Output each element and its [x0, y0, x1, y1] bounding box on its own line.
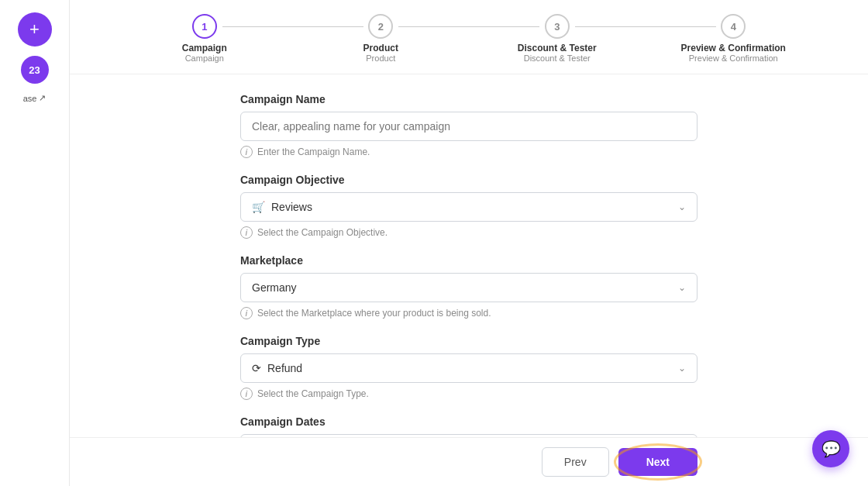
sidebar-badge[interactable]: 23: [21, 56, 49, 84]
marketplace-hint-text: Select the Marketplace where your produc…: [257, 308, 491, 319]
external-link-icon: ↗: [39, 93, 46, 103]
form-area: Campaign Name i Enter the Campaign Name.…: [70, 74, 868, 437]
campaign-name-input[interactable]: [240, 112, 698, 141]
chat-fab-button[interactable]: 💬: [812, 430, 849, 467]
campaign-type-hint: i Select the Campaign Type.: [240, 388, 698, 400]
campaign-type-group: Campaign Type ⟳ Refund ⌄ i Select the Ca…: [240, 335, 698, 400]
chevron-down-icon: ⌄: [678, 202, 686, 212]
campaign-name-group: Campaign Name i Enter the Campaign Name.: [240, 93, 698, 158]
campaign-name-hint-text: Enter the Campaign Name.: [257, 146, 370, 157]
campaign-dates-label: Campaign Dates: [240, 415, 698, 428]
wizard-step-3[interactable]: 3 Discount & Tester Discount & Tester: [469, 14, 646, 63]
refund-icon: ⟳: [252, 362, 261, 374]
campaign-objective-group: Campaign Objective 🛒 Reviews ⌄ i Select …: [240, 174, 698, 239]
step-2-sublabel: Product: [366, 53, 395, 63]
marketplace-select[interactable]: Germany ⌄: [240, 273, 698, 302]
prev-button[interactable]: Prev: [542, 447, 609, 477]
marketplace-select-left: Germany: [252, 281, 297, 294]
step-2-circle: 2: [368, 14, 393, 39]
chevron-down-icon-2: ⌄: [678, 282, 686, 293]
info-icon-3: i: [240, 307, 253, 319]
info-icon-4: i: [240, 388, 253, 400]
marketplace-value: Germany: [252, 281, 297, 294]
step-3-label: Discount & Tester: [518, 43, 597, 53]
campaign-type-value: Refund: [267, 362, 302, 374]
step-1-circle: 1: [192, 14, 217, 39]
objective-value: Reviews: [271, 201, 312, 213]
footer-bar: Prev Next: [70, 437, 868, 486]
marketplace-label: Marketplace: [240, 254, 698, 267]
step-1-label: Campaign: [182, 43, 227, 53]
step-3-circle: 3: [545, 14, 570, 39]
campaign-objective-hint: i Select the Campaign Objective.: [240, 226, 698, 239]
wizard-step-4[interactable]: 4 Preview & Confirmation Preview & Confi…: [646, 14, 822, 63]
campaign-type-hint-text: Select the Campaign Type.: [257, 388, 369, 399]
marketplace-hint: i Select the Marketplace where your prod…: [240, 307, 698, 319]
sidebar-link[interactable]: ase ↗: [23, 93, 46, 103]
campaign-objective-select[interactable]: 🛒 Reviews ⌄: [240, 192, 698, 222]
wizard-step-1[interactable]: 1 Campaign Campaign: [116, 14, 293, 63]
campaign-name-label: Campaign Name: [240, 93, 698, 105]
type-select-left: ⟳ Refund: [252, 362, 302, 374]
chevron-down-icon-3: ⌄: [678, 363, 686, 374]
step-2-label: Product: [363, 43, 398, 53]
step-4-sublabel: Preview & Confirmation: [689, 53, 778, 63]
info-icon-2: i: [240, 226, 253, 239]
wizard-steps: 1 Campaign Campaign 2 Product Product 3 …: [70, 0, 868, 74]
step-4-label: Preview & Confirmation: [681, 43, 786, 53]
objective-select-left: 🛒 Reviews: [252, 201, 312, 213]
step-4-circle: 4: [721, 14, 746, 39]
campaign-objective-hint-text: Select the Campaign Objective.: [257, 227, 388, 238]
reviews-icon: 🛒: [252, 201, 265, 213]
step-3-sublabel: Discount & Tester: [524, 53, 591, 63]
campaign-name-hint: i Enter the Campaign Name.: [240, 146, 698, 158]
campaign-dates-group: Campaign Dates 📅 Oct 30, 2024 - Nov 30, …: [240, 415, 698, 437]
sidebar-link-text: ase: [23, 94, 37, 103]
campaign-type-select[interactable]: ⟳ Refund ⌄: [240, 353, 698, 383]
step-1-sublabel: Campaign: [185, 53, 224, 63]
info-icon-1: i: [240, 146, 253, 158]
marketplace-group: Marketplace Germany ⌄ i Select the Marke…: [240, 254, 698, 319]
campaign-type-label: Campaign Type: [240, 335, 698, 347]
chat-icon: 💬: [822, 439, 841, 458]
add-button[interactable]: +: [18, 12, 52, 47]
wizard-step-2[interactable]: 2 Product Product: [293, 14, 470, 63]
campaign-objective-label: Campaign Objective: [240, 174, 698, 186]
next-button[interactable]: Next: [618, 448, 698, 476]
main-content: 1 Campaign Campaign 2 Product Product 3 …: [70, 0, 868, 486]
sidebar: + 23 ase ↗: [0, 0, 70, 486]
